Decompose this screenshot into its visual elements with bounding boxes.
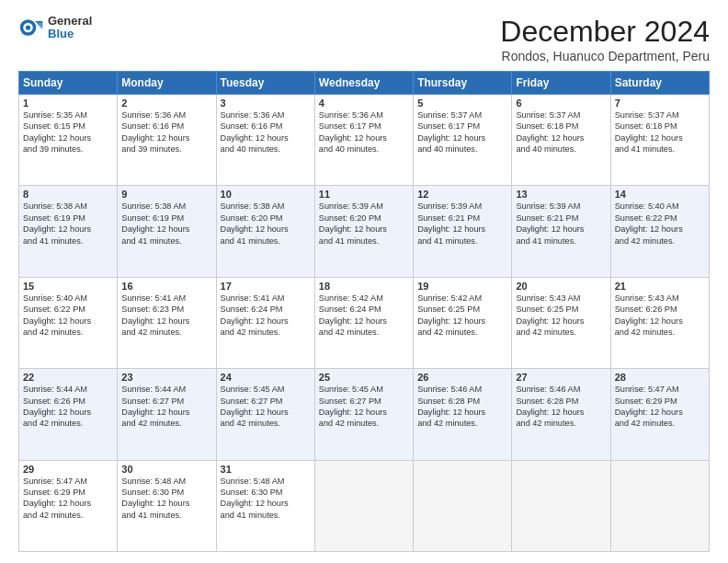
day-number: 9 xyxy=(121,189,211,200)
day-info: Sunrise: 5:39 AM Sunset: 6:20 PM Dayligh… xyxy=(319,201,409,247)
logo-line2: Blue xyxy=(48,28,92,40)
title-section: December 2024 Rondos, Huanuco Department… xyxy=(500,15,710,63)
day-number: 25 xyxy=(319,372,409,383)
day-number: 6 xyxy=(516,98,606,109)
table-row: 4Sunrise: 5:36 AM Sunset: 6:17 PM Daylig… xyxy=(314,95,413,186)
day-number: 27 xyxy=(516,372,606,383)
col-tuesday: Tuesday xyxy=(216,72,314,95)
day-number: 13 xyxy=(516,189,606,200)
day-number: 22 xyxy=(23,372,113,383)
day-info: Sunrise: 5:36 AM Sunset: 6:16 PM Dayligh… xyxy=(221,109,311,155)
header-row: Sunday Monday Tuesday Wednesday Thursday… xyxy=(19,72,710,95)
col-wednesday: Wednesday xyxy=(314,72,413,95)
subtitle: Rondos, Huanuco Department, Peru xyxy=(500,49,710,63)
table-row: 12Sunrise: 5:39 AM Sunset: 6:21 PM Dayli… xyxy=(414,186,512,277)
day-number: 30 xyxy=(121,464,211,475)
table-row: 26Sunrise: 5:46 AM Sunset: 6:28 PM Dayli… xyxy=(414,369,512,460)
day-info: Sunrise: 5:36 AM Sunset: 6:16 PM Dayligh… xyxy=(121,109,211,155)
table-row: 24Sunrise: 5:45 AM Sunset: 6:27 PM Dayli… xyxy=(216,369,314,460)
table-row xyxy=(610,460,709,551)
table-row: 3Sunrise: 5:36 AM Sunset: 6:16 PM Daylig… xyxy=(216,95,314,186)
table-row: 31Sunrise: 5:48 AM Sunset: 6:30 PM Dayli… xyxy=(216,460,314,551)
table-row: 25Sunrise: 5:45 AM Sunset: 6:27 PM Dayli… xyxy=(314,369,413,460)
day-number: 2 xyxy=(121,98,211,109)
table-row: 8Sunrise: 5:38 AM Sunset: 6:19 PM Daylig… xyxy=(19,186,118,277)
svg-point-2 xyxy=(26,26,30,30)
day-number: 28 xyxy=(615,372,705,383)
logo: General Blue xyxy=(18,15,92,41)
day-number: 3 xyxy=(221,98,311,109)
logo-icon xyxy=(18,15,44,40)
day-info: Sunrise: 5:47 AM Sunset: 6:29 PM Dayligh… xyxy=(615,384,705,430)
logo-line1: General xyxy=(48,15,92,28)
week-row-4: 22Sunrise: 5:44 AM Sunset: 6:26 PM Dayli… xyxy=(19,369,710,460)
col-sunday: Sunday xyxy=(19,72,118,95)
day-number: 21 xyxy=(615,281,705,292)
table-row: 14Sunrise: 5:40 AM Sunset: 6:22 PM Dayli… xyxy=(610,186,709,277)
day-info: Sunrise: 5:42 AM Sunset: 6:25 PM Dayligh… xyxy=(417,293,507,339)
day-info: Sunrise: 5:47 AM Sunset: 6:29 PM Dayligh… xyxy=(23,476,113,522)
day-info: Sunrise: 5:35 AM Sunset: 6:15 PM Dayligh… xyxy=(23,109,113,155)
day-number: 10 xyxy=(221,189,311,200)
day-info: Sunrise: 5:38 AM Sunset: 6:19 PM Dayligh… xyxy=(121,201,211,247)
week-row-1: 1Sunrise: 5:35 AM Sunset: 6:15 PM Daylig… xyxy=(19,95,710,186)
day-info: Sunrise: 5:45 AM Sunset: 6:27 PM Dayligh… xyxy=(221,384,311,430)
day-info: Sunrise: 5:46 AM Sunset: 6:28 PM Dayligh… xyxy=(417,384,507,430)
week-row-2: 8Sunrise: 5:38 AM Sunset: 6:19 PM Daylig… xyxy=(19,186,710,277)
day-info: Sunrise: 5:38 AM Sunset: 6:19 PM Dayligh… xyxy=(23,201,113,247)
day-number: 5 xyxy=(417,98,507,109)
week-row-3: 15Sunrise: 5:40 AM Sunset: 6:22 PM Dayli… xyxy=(19,277,710,368)
day-info: Sunrise: 5:45 AM Sunset: 6:27 PM Dayligh… xyxy=(319,384,409,430)
table-row: 22Sunrise: 5:44 AM Sunset: 6:26 PM Dayli… xyxy=(19,369,118,460)
day-info: Sunrise: 5:41 AM Sunset: 6:24 PM Dayligh… xyxy=(221,293,311,339)
day-info: Sunrise: 5:42 AM Sunset: 6:24 PM Dayligh… xyxy=(319,293,409,339)
table-row: 28Sunrise: 5:47 AM Sunset: 6:29 PM Dayli… xyxy=(610,369,709,460)
table-row: 11Sunrise: 5:39 AM Sunset: 6:20 PM Dayli… xyxy=(314,186,413,277)
day-info: Sunrise: 5:38 AM Sunset: 6:20 PM Dayligh… xyxy=(221,201,311,247)
day-info: Sunrise: 5:44 AM Sunset: 6:26 PM Dayligh… xyxy=(23,384,113,430)
day-info: Sunrise: 5:44 AM Sunset: 6:27 PM Dayligh… xyxy=(121,384,211,430)
month-title: December 2024 xyxy=(500,15,710,49)
day-number: 15 xyxy=(23,281,113,292)
day-number: 26 xyxy=(417,372,507,383)
table-row: 21Sunrise: 5:43 AM Sunset: 6:26 PM Dayli… xyxy=(610,277,709,368)
week-row-5: 29Sunrise: 5:47 AM Sunset: 6:29 PM Dayli… xyxy=(19,460,710,551)
day-number: 4 xyxy=(319,98,409,109)
day-info: Sunrise: 5:48 AM Sunset: 6:30 PM Dayligh… xyxy=(121,476,211,522)
table-row xyxy=(414,460,512,551)
header: General Blue December 2024 Rondos, Huanu… xyxy=(18,15,710,63)
day-info: Sunrise: 5:37 AM Sunset: 6:18 PM Dayligh… xyxy=(615,109,705,155)
table-row: 1Sunrise: 5:35 AM Sunset: 6:15 PM Daylig… xyxy=(19,95,118,186)
day-number: 17 xyxy=(221,281,311,292)
table-row: 29Sunrise: 5:47 AM Sunset: 6:29 PM Dayli… xyxy=(19,460,118,551)
table-row xyxy=(314,460,413,551)
day-number: 1 xyxy=(23,98,113,109)
day-info: Sunrise: 5:40 AM Sunset: 6:22 PM Dayligh… xyxy=(23,293,113,339)
day-number: 23 xyxy=(121,372,211,383)
day-info: Sunrise: 5:37 AM Sunset: 6:17 PM Dayligh… xyxy=(417,109,507,155)
day-info: Sunrise: 5:48 AM Sunset: 6:30 PM Dayligh… xyxy=(221,476,311,522)
col-thursday: Thursday xyxy=(414,72,512,95)
day-info: Sunrise: 5:39 AM Sunset: 6:21 PM Dayligh… xyxy=(417,201,507,247)
logo-text: General Blue xyxy=(48,15,92,41)
table-row: 27Sunrise: 5:46 AM Sunset: 6:28 PM Dayli… xyxy=(512,369,610,460)
table-row: 30Sunrise: 5:48 AM Sunset: 6:30 PM Dayli… xyxy=(118,460,216,551)
table-row xyxy=(512,460,610,551)
table-row: 5Sunrise: 5:37 AM Sunset: 6:17 PM Daylig… xyxy=(414,95,512,186)
table-row: 19Sunrise: 5:42 AM Sunset: 6:25 PM Dayli… xyxy=(414,277,512,368)
table-row: 23Sunrise: 5:44 AM Sunset: 6:27 PM Dayli… xyxy=(118,369,216,460)
col-friday: Friday xyxy=(512,72,610,95)
day-info: Sunrise: 5:40 AM Sunset: 6:22 PM Dayligh… xyxy=(615,201,705,247)
table-row: 2Sunrise: 5:36 AM Sunset: 6:16 PM Daylig… xyxy=(118,95,216,186)
day-info: Sunrise: 5:43 AM Sunset: 6:26 PM Dayligh… xyxy=(615,293,705,339)
day-number: 19 xyxy=(417,281,507,292)
calendar-header: Sunday Monday Tuesday Wednesday Thursday… xyxy=(19,72,710,95)
calendar-table: Sunday Monday Tuesday Wednesday Thursday… xyxy=(18,71,710,552)
day-number: 12 xyxy=(417,189,507,200)
day-number: 8 xyxy=(23,189,113,200)
day-number: 24 xyxy=(221,372,311,383)
svg-marker-4 xyxy=(36,23,42,29)
day-info: Sunrise: 5:39 AM Sunset: 6:21 PM Dayligh… xyxy=(516,201,606,247)
day-info: Sunrise: 5:36 AM Sunset: 6:17 PM Dayligh… xyxy=(319,109,409,155)
table-row: 16Sunrise: 5:41 AM Sunset: 6:23 PM Dayli… xyxy=(118,277,216,368)
